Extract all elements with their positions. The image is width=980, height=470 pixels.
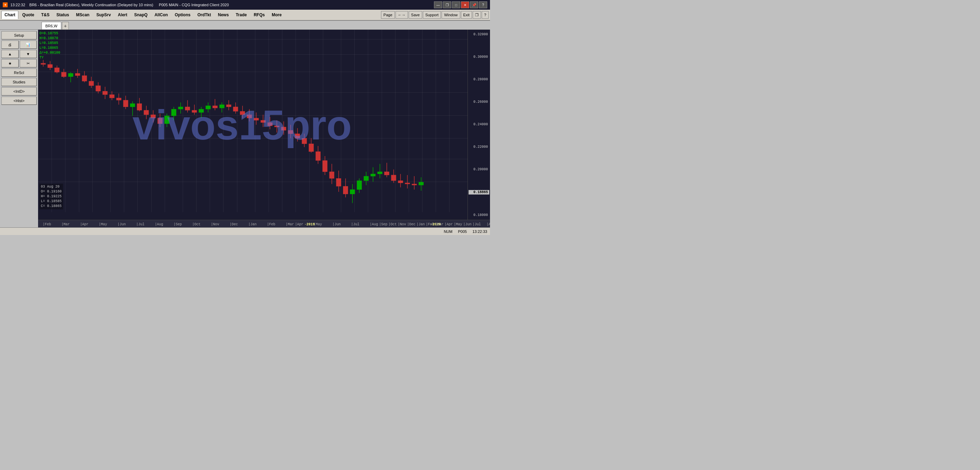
restore-window-button[interactable]: ❐ bbox=[473, 11, 481, 19]
ohlc-low2: L=0.18865 bbox=[40, 46, 60, 51]
chart-area[interactable]: O=0.18755 H=0.18870 L=0.18585 L=0.18865 … bbox=[38, 30, 490, 220]
price-level: 0.24000 bbox=[469, 123, 489, 126]
title-time: 13:22:32 bbox=[10, 3, 25, 7]
svg-text:|Nov: |Nov bbox=[211, 223, 220, 226]
svg-rect-85 bbox=[329, 172, 334, 178]
intd-button[interactable]: <IntD> bbox=[2, 87, 37, 96]
setup-button[interactable]: Setup bbox=[2, 31, 37, 40]
svg-rect-61 bbox=[247, 115, 252, 118]
svg-rect-53 bbox=[220, 105, 224, 108]
nav-arrows[interactable]: ←→ bbox=[396, 11, 408, 19]
svg-rect-37 bbox=[164, 116, 169, 124]
menu-chart[interactable]: Chart bbox=[2, 11, 18, 19]
svg-rect-79 bbox=[309, 143, 313, 151]
svg-rect-27 bbox=[130, 104, 135, 107]
right-menu: Page ←→ Save Support Window Exit ❐ ? bbox=[381, 11, 488, 19]
svg-rect-11 bbox=[75, 73, 80, 75]
save-button[interactable]: Save bbox=[409, 11, 422, 19]
tab-bar: BR6,W + bbox=[0, 21, 490, 30]
svg-text:|Jul: |Jul bbox=[136, 223, 145, 226]
svg-rect-95 bbox=[364, 176, 369, 181]
price-level: 0.22000 bbox=[469, 145, 489, 149]
chart-wrapper: O=0.18755 H=0.18870 L=0.18585 L=0.18865 … bbox=[38, 30, 490, 227]
bottom-close: C= 0.18865 bbox=[41, 204, 62, 209]
svg-rect-31 bbox=[144, 110, 149, 115]
window-button[interactable]: Window bbox=[442, 11, 460, 19]
page-button[interactable]: Page bbox=[381, 11, 395, 19]
print-button[interactable]: 🖨 bbox=[2, 40, 19, 49]
menu-news[interactable]: News bbox=[215, 11, 232, 19]
svg-text:|Jun: |Jun bbox=[118, 223, 126, 226]
exit-button[interactable]: Exit bbox=[461, 11, 472, 19]
menu-more[interactable]: More bbox=[269, 11, 285, 19]
svg-rect-51 bbox=[212, 106, 217, 108]
svg-rect-59 bbox=[240, 112, 245, 115]
menu-rfqs[interactable]: RFQs bbox=[251, 11, 268, 19]
menu-alert[interactable]: Alert bbox=[115, 11, 130, 19]
up-icon[interactable]: ▲ bbox=[2, 50, 19, 58]
svg-rect-103 bbox=[391, 175, 396, 181]
svg-rect-55 bbox=[226, 105, 231, 107]
rescale-button[interactable]: ReScl bbox=[2, 69, 37, 77]
menu-mscan[interactable]: MScan bbox=[73, 11, 93, 19]
bottom-date: 03 Aug 20 bbox=[41, 185, 62, 189]
svg-text:|Mar: |Mar bbox=[286, 223, 294, 226]
menu-ordtkt[interactable]: OrdTkt bbox=[194, 11, 214, 19]
menu-trade[interactable]: Trade bbox=[232, 11, 250, 19]
menu-status[interactable]: Status bbox=[53, 11, 72, 19]
svg-text:|Feb: |Feb bbox=[267, 223, 275, 226]
svg-rect-99 bbox=[377, 172, 382, 174]
close-button[interactable]: ✕ bbox=[461, 2, 469, 8]
svg-rect-47 bbox=[199, 109, 204, 113]
pin-button[interactable]: 📌 bbox=[470, 2, 478, 8]
studies-button[interactable]: Studies bbox=[2, 78, 37, 86]
maximize-button[interactable]: □ bbox=[452, 2, 460, 8]
svg-text:|Aug: |Aug bbox=[155, 223, 163, 226]
menu-snapq[interactable]: SnapQ bbox=[131, 11, 151, 19]
restore-button[interactable]: ❐ bbox=[443, 2, 451, 8]
svg-rect-17 bbox=[96, 86, 101, 91]
svg-text:|Dec: |Dec bbox=[230, 223, 238, 226]
svg-rect-87 bbox=[336, 178, 341, 186]
support-button[interactable]: Support bbox=[423, 11, 441, 19]
hist-button[interactable]: <Hist> bbox=[2, 97, 37, 105]
help-title-button[interactable]: ? bbox=[479, 2, 487, 8]
svg-rect-33 bbox=[151, 115, 156, 118]
svg-text:|May: |May bbox=[99, 223, 107, 226]
svg-text:|Jan: |Jan bbox=[417, 223, 425, 226]
svg-text:|Nov: |Nov bbox=[398, 223, 406, 226]
minimize-button[interactable]: — bbox=[434, 2, 442, 8]
svg-rect-43 bbox=[185, 107, 190, 110]
svg-rect-73 bbox=[288, 131, 293, 134]
sidebar-row-2: ▲ ▼ bbox=[2, 50, 37, 58]
menu-ts[interactable]: T&S bbox=[38, 11, 52, 19]
add-tab-button[interactable]: + bbox=[62, 22, 69, 29]
star-button[interactable]: ★ bbox=[2, 59, 19, 67]
help-button[interactable]: ? bbox=[482, 11, 488, 19]
svg-text:|Jun: |Jun bbox=[332, 223, 341, 226]
current-price-label: 0.18865 bbox=[469, 190, 489, 194]
menu-quote[interactable]: Quote bbox=[19, 11, 37, 19]
menu-allcon[interactable]: AllCon bbox=[151, 11, 171, 19]
svg-rect-29 bbox=[137, 104, 142, 110]
down-icon[interactable]: ▼ bbox=[20, 50, 37, 58]
svg-rect-5 bbox=[55, 68, 59, 72]
svg-rect-7 bbox=[62, 72, 67, 77]
svg-text:|Apr: |Apr bbox=[295, 223, 304, 226]
svg-text:·2019: ·2019 bbox=[304, 223, 315, 226]
ohlc-overlay: O=0.18755 H=0.18870 L=0.18585 L=0.18865 … bbox=[40, 31, 60, 60]
bottom-open: O= 0.19160 bbox=[41, 189, 62, 194]
app-icon: ✦ bbox=[3, 2, 8, 7]
bottom-ohlc-info: 03 Aug 20 O= 0.19160 H= 0.19225 L= 0.185… bbox=[40, 184, 63, 209]
menu-supsrv[interactable]: SupSrv bbox=[93, 11, 114, 19]
svg-text:|Jun: |Jun bbox=[463, 223, 472, 226]
sidebar: Setup 🖨 📊 ▲ ▼ ★ ✂ ReScl Studies <IntD> <… bbox=[0, 30, 38, 227]
candlestick-chart bbox=[38, 30, 468, 220]
svg-text:|Mar: |Mar bbox=[435, 223, 444, 226]
svg-rect-109 bbox=[412, 184, 417, 185]
menu-options[interactable]: Options bbox=[172, 11, 193, 19]
chart-tab-br6[interactable]: BR6,W bbox=[41, 22, 61, 29]
ohlc-low1: L=0.18585 bbox=[40, 41, 60, 46]
scissors-button[interactable]: ✂ bbox=[20, 59, 37, 67]
chart-mode-button[interactable]: 📊 bbox=[20, 40, 37, 49]
